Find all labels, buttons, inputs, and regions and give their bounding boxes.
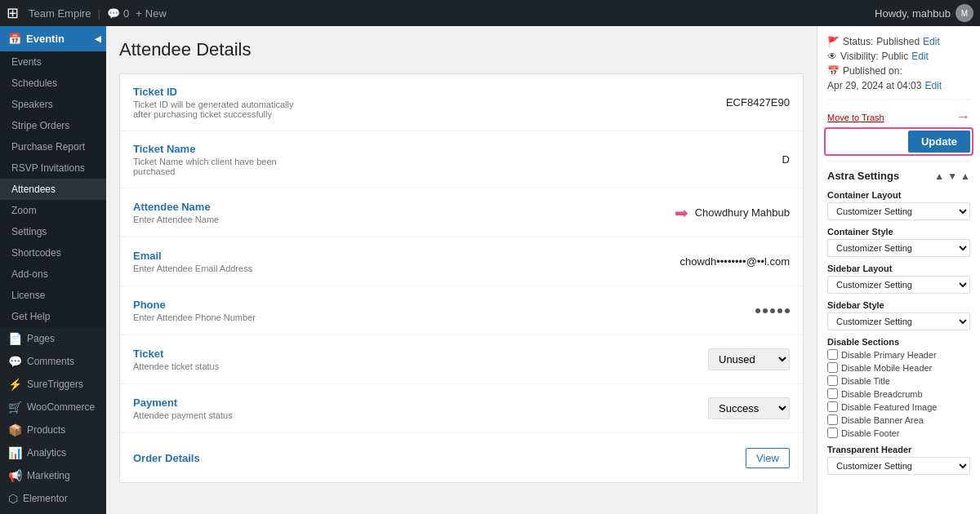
- view-order-button[interactable]: View: [746, 448, 790, 468]
- published-label: Published on:: [843, 65, 902, 77]
- label-order-details: Order Details: [133, 452, 296, 464]
- chevron-icon: ◀: [95, 34, 101, 43]
- published-edit-link[interactable]: Edit: [924, 80, 942, 91]
- sidebar-item-suretriggers[interactable]: ⚡ SureTriggers: [0, 373, 106, 396]
- ticket-status-dropdown[interactable]: Unused Used: [708, 348, 790, 370]
- sidebar-item-woocommerce[interactable]: 🛒 WooCommerce: [0, 396, 106, 419]
- sidebar-style-group: Sidebar Style Customizer Setting: [827, 300, 970, 330]
- red-arrow-icon: ➡: [675, 203, 688, 223]
- sidebar-item-license[interactable]: License: [0, 285, 106, 306]
- comments-icon: 💬: [8, 355, 22, 368]
- sidebar-item-zoom[interactable]: Zoom: [0, 200, 106, 221]
- attendee-form: Ticket ID Ticket ID will be generated au…: [119, 73, 804, 483]
- elementor-icon: ⬡: [8, 492, 18, 505]
- sidebar-item-products[interactable]: 📦 Products: [0, 419, 106, 441]
- sidebar-style-select[interactable]: Customizer Setting: [827, 312, 970, 330]
- sidebar-layout-select[interactable]: Customizer Setting: [827, 276, 970, 294]
- published-date: Apr 29, 2024 at 04:03: [827, 80, 921, 91]
- sidebar-item-marketing[interactable]: 📢 Marketing: [0, 464, 106, 487]
- visibility-label: Visibility:: [840, 51, 878, 62]
- sublabel-attendee-name: Enter Attendee Name: [133, 215, 296, 224]
- analytics-icon: 📊: [8, 446, 22, 459]
- disable-primary-header-check[interactable]: Disable Primary Header: [827, 349, 970, 360]
- sidebar-item-comments[interactable]: 💬 Comments: [0, 350, 106, 373]
- disable-mobile-header-check[interactable]: Disable Mobile Header: [827, 362, 970, 373]
- payment-status-select[interactable]: Success Pending: [708, 397, 790, 419]
- sidebar-item-purchase-report[interactable]: Purchase Report: [0, 136, 106, 157]
- update-button[interactable]: Update: [908, 131, 970, 153]
- disable-banner-area-check[interactable]: Disable Banner Area: [827, 414, 970, 425]
- sidebar-item-eventin[interactable]: 📅 Eventin ◀: [0, 26, 106, 51]
- sidebar-item-shortcodes[interactable]: Shortcodes: [0, 242, 106, 264]
- label-phone: Phone: [133, 299, 296, 311]
- label-payment: Payment: [133, 397, 296, 409]
- admin-bar: ⊞ Team Empire | 💬 0 + New Howdy, mahbub …: [0, 0, 980, 26]
- user-info: Howdy, mahbub M: [875, 4, 973, 22]
- label-ticket-name: Ticket Name: [133, 143, 296, 155]
- label-attendee-name: Attendee Name: [133, 201, 296, 213]
- move-to-trash-link[interactable]: Move to Trash: [827, 113, 884, 122]
- sidebar-item-schedules[interactable]: Schedules: [0, 73, 106, 94]
- disable-featured-image-check[interactable]: Disable Featured Image: [827, 401, 970, 412]
- disable-banner-area-input[interactable]: [827, 414, 838, 425]
- disable-breadcrumb-check[interactable]: Disable Breadcrumb: [827, 388, 970, 399]
- sidebar-item-pages[interactable]: 📄 Pages: [0, 327, 106, 350]
- sidebar-item-speakers[interactable]: Speakers: [0, 94, 106, 115]
- wp-logo-icon[interactable]: ⊞: [7, 4, 19, 22]
- sidebar-item-elementor[interactable]: ⬡ Elementor: [0, 487, 106, 510]
- disable-mobile-header-input[interactable]: [827, 362, 838, 373]
- field-email: Email Enter Attendee Email Address chowd…: [120, 237, 803, 286]
- divider-2: [827, 161, 970, 162]
- container-style-select[interactable]: Customizer Setting: [827, 239, 970, 257]
- visibility-eye-icon: 👁: [827, 51, 837, 62]
- phone-dots: [755, 308, 790, 313]
- sublabel-ticket-id: Ticket ID will be generated automaticall…: [133, 100, 296, 119]
- sidebar-item-templates[interactable]: 📋 Templates: [0, 510, 106, 514]
- sublabel-payment: Attendee payment status: [133, 410, 296, 420]
- disable-featured-image-input[interactable]: [827, 401, 838, 412]
- container-layout-select[interactable]: Customizer Setting: [827, 202, 970, 220]
- disable-sections-group: Disable Sections Disable Primary Header …: [827, 337, 970, 438]
- astra-collapse-down-button[interactable]: ▼: [947, 171, 957, 182]
- value-email: chowdh••••••••@••l.com: [679, 255, 790, 268]
- sidebar-item-stripe-orders[interactable]: Stripe Orders: [0, 115, 106, 136]
- sidebar-item-settings[interactable]: Settings: [0, 221, 106, 242]
- sidebar-item-rsvp[interactable]: RSVP Invitations: [0, 157, 106, 179]
- disable-footer-input[interactable]: [827, 428, 838, 438]
- astra-collapse-up-button[interactable]: ▲: [934, 171, 944, 182]
- payment-status-dropdown[interactable]: Success Pending: [708, 397, 790, 419]
- container-style-group: Container Style Customizer Setting: [827, 227, 970, 257]
- field-attendee-name: Attendee Name Enter Attendee Name ➡ Chow…: [120, 188, 803, 237]
- field-phone: Phone Enter Attendee Phone Number: [120, 286, 803, 335]
- sidebar-item-addons[interactable]: Add-ons: [0, 264, 106, 285]
- disable-title-check[interactable]: Disable Title: [827, 375, 970, 386]
- sidebar-layout-label: Sidebar Layout: [827, 264, 970, 273]
- astra-expand-button[interactable]: ▲: [960, 171, 970, 182]
- disable-breadcrumb-input[interactable]: [827, 388, 838, 399]
- label-ticket-status: Ticket: [133, 348, 296, 360]
- transparent-header-group: Transparent Header Customizer Setting: [827, 445, 970, 475]
- site-name[interactable]: Team Empire: [29, 7, 91, 20]
- published-row: 📅 Published on:: [827, 65, 970, 77]
- status-edit-link[interactable]: Edit: [923, 36, 940, 47]
- disable-title-input[interactable]: [827, 375, 838, 386]
- disable-primary-header-input[interactable]: [827, 349, 838, 360]
- sidebar-item-analytics[interactable]: 📊 Analytics: [0, 441, 106, 464]
- products-icon: 📦: [8, 423, 22, 436]
- avatar[interactable]: M: [956, 4, 973, 22]
- sidebar-item-get-help[interactable]: Get Help: [0, 306, 106, 327]
- container-layout-label: Container Layout: [827, 190, 970, 200]
- sidebar-item-attendees[interactable]: Attendees: [0, 179, 106, 200]
- disable-footer-check[interactable]: Disable Footer: [827, 428, 970, 438]
- visibility-value: Public: [881, 51, 908, 62]
- marketing-icon: 📢: [8, 469, 22, 482]
- value-ticket-name: D: [782, 153, 790, 166]
- new-post-button[interactable]: + New: [136, 7, 167, 20]
- ticket-status-select[interactable]: Unused Used: [708, 348, 790, 370]
- value-ticket-id: ECF8427E90: [726, 96, 790, 109]
- visibility-edit-link[interactable]: Edit: [911, 51, 929, 62]
- comments-count[interactable]: 💬 0: [107, 7, 129, 20]
- field-payment: Payment Attendee payment status Success …: [120, 384, 803, 433]
- sidebar-item-events[interactable]: Events: [0, 51, 106, 73]
- transparent-header-select[interactable]: Customizer Setting: [827, 457, 970, 475]
